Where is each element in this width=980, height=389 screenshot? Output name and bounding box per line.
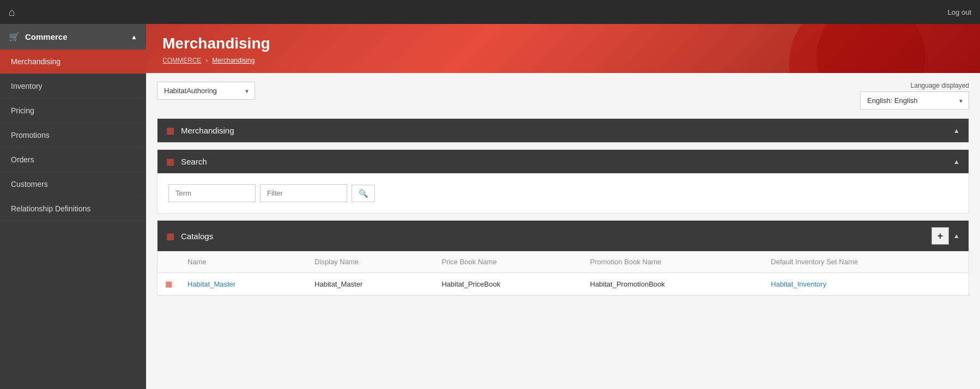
sidebar-item-customers[interactable]: Customers — [0, 172, 146, 197]
sidebar-commerce-header[interactable]: 🛒 Commerce ▲ — [0, 24, 146, 50]
row-promotion-book-cell: Habitat_PromotionBook — [583, 273, 764, 295]
catalogs-panel-header[interactable]: ▦ Catalogs + ▲ — [158, 221, 969, 251]
merchandising-panel-chevron: ▲ — [953, 127, 960, 135]
sidebar-item-relationship-definitions[interactable]: Relationship Definitions — [0, 197, 146, 221]
home-icon[interactable]: ⌂ — [9, 6, 15, 19]
table-col-checkbox — [158, 251, 180, 273]
breadcrumb: COMMERCE › Merchandising — [162, 57, 964, 64]
main-layout: 🛒 Commerce ▲ Merchandising Inventory Pri… — [0, 24, 980, 389]
catalogs-table: Name Display Name Price Book Name Promot… — [158, 251, 969, 295]
breadcrumb-separator: › — [205, 57, 208, 64]
logout-button[interactable]: Log out — [948, 8, 971, 16]
row-icon-cell: ▦ — [158, 273, 180, 295]
row-icon: ▦ — [165, 279, 172, 288]
sidebar-item-inventory[interactable]: Inventory — [0, 74, 146, 99]
search-filter-input[interactable] — [260, 184, 347, 202]
sidebar-commerce-chevron: ▲ — [131, 33, 137, 41]
table-col-promotion-book: Promotion Book Name — [583, 251, 764, 273]
catalogs-panel-header-left: ▦ Catalogs — [166, 231, 213, 241]
breadcrumb-commerce[interactable]: COMMERCE — [162, 57, 201, 64]
merchandising-panel-header-left: ▦ Merchandising — [166, 125, 234, 136]
table-col-name: Name — [180, 251, 307, 273]
page-header: Merchandising COMMERCE › Merchandising — [146, 24, 980, 73]
row-price-book-cell: Habitat_PriceBook — [434, 273, 582, 295]
search-term-input[interactable] — [168, 184, 256, 202]
commerce-icon: 🛒 — [9, 32, 20, 42]
sidebar-item-promotions[interactable]: Promotions — [0, 123, 146, 148]
table-col-display-name: Display Name — [307, 251, 434, 273]
row-name-link[interactable]: Habitat_Master — [187, 280, 235, 288]
search-icon: 🔍 — [359, 189, 368, 198]
merchandising-panel: ▦ Merchandising ▲ — [157, 118, 969, 143]
merchandising-panel-icon: ▦ — [166, 125, 174, 136]
controls-row: HabitatAuthoring HabitatStorefront ▼ Lan… — [157, 82, 969, 110]
language-select-wrapper: English: English French: French German: … — [860, 92, 969, 110]
language-section: Language displayed English: English Fren… — [860, 82, 969, 110]
table-col-inventory-set: Default Inventory Set Name — [763, 251, 969, 273]
table-header-row: Name Display Name Price Book Name Promot… — [158, 251, 969, 273]
catalogs-panel-label: Catalogs — [181, 232, 213, 241]
shop-select[interactable]: HabitatAuthoring HabitatStorefront — [157, 82, 255, 100]
search-row: 🔍 — [168, 184, 958, 202]
top-bar: ⌂ Log out — [0, 0, 980, 24]
sidebar: 🛒 Commerce ▲ Merchandising Inventory Pri… — [0, 24, 146, 389]
search-panel-label: Search — [181, 157, 207, 166]
search-panel: ▦ Search ▲ 🔍 — [157, 149, 969, 214]
catalogs-panel: ▦ Catalogs + ▲ Name Displ — [157, 220, 969, 296]
merchandising-panel-label: Merchandising — [181, 126, 234, 135]
table-row: ▦ Habitat_Master Habitat_Master Habitat_… — [158, 273, 969, 295]
search-panel-header-left: ▦ Search — [166, 156, 207, 167]
top-bar-left: ⌂ — [9, 6, 15, 19]
search-panel-chevron: ▲ — [953, 158, 960, 166]
page-title: Merchandising — [162, 35, 964, 52]
catalogs-panel-icon: ▦ — [166, 231, 174, 241]
catalogs-panel-chevron: ▲ — [953, 232, 960, 240]
row-name-cell: Habitat_Master — [180, 273, 307, 295]
sidebar-item-pricing[interactable]: Pricing — [0, 99, 146, 123]
sidebar-commerce-label: Commerce — [25, 32, 68, 41]
row-display-name-cell: Habitat_Master — [307, 273, 434, 295]
catalogs-add-button[interactable]: + — [931, 227, 949, 245]
content-body: HabitatAuthoring HabitatStorefront ▼ Lan… — [146, 73, 980, 389]
search-button[interactable]: 🔍 — [352, 185, 375, 202]
catalogs-panel-header-right: + ▲ — [931, 227, 960, 245]
content-area: Merchandising COMMERCE › Merchandising H… — [146, 24, 980, 389]
shop-select-wrapper: HabitatAuthoring HabitatStorefront ▼ — [157, 82, 255, 100]
sidebar-header-left: 🛒 Commerce — [9, 32, 68, 42]
row-inventory-set-cell: Habitat_Inventory — [763, 273, 969, 295]
catalogs-panel-body: Name Display Name Price Book Name Promot… — [158, 251, 969, 295]
table-col-price-book: Price Book Name — [434, 251, 582, 273]
row-inventory-link[interactable]: Habitat_Inventory — [771, 280, 826, 288]
breadcrumb-current[interactable]: Merchandising — [212, 57, 255, 64]
search-panel-icon: ▦ — [166, 156, 174, 167]
language-select[interactable]: English: English French: French German: … — [860, 92, 969, 110]
search-panel-header[interactable]: ▦ Search ▲ — [158, 150, 969, 173]
sidebar-item-merchandising[interactable]: Merchandising — [0, 50, 146, 74]
merchandising-panel-header[interactable]: ▦ Merchandising ▲ — [158, 119, 969, 142]
search-panel-body: 🔍 — [158, 173, 969, 213]
sidebar-item-orders[interactable]: Orders — [0, 148, 146, 172]
language-label: Language displayed — [860, 82, 969, 89]
